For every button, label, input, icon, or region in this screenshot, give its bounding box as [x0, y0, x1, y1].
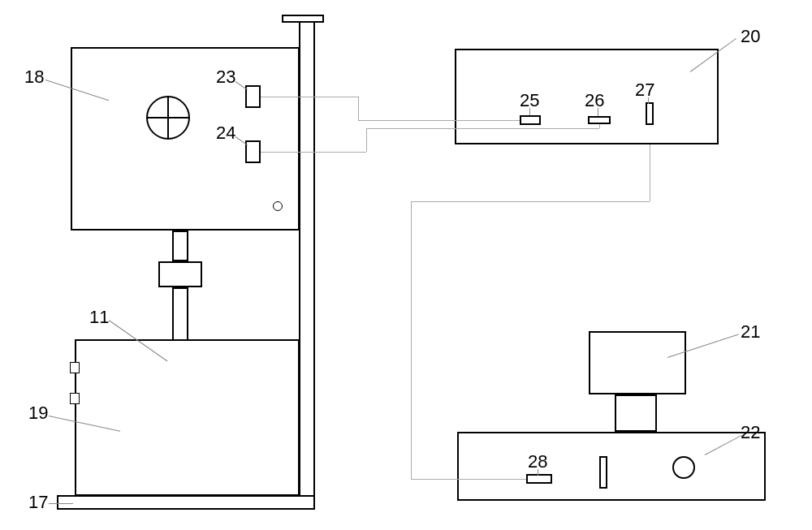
- wire-24-26-d: [599, 124, 600, 128]
- computer-base: [457, 432, 766, 501]
- port-25: [520, 115, 541, 125]
- port-27: [646, 102, 654, 125]
- label-28: 28: [528, 453, 547, 471]
- collar: [158, 261, 202, 287]
- power-button-icon: [672, 456, 695, 479]
- vertical-post: [299, 21, 315, 497]
- schematic-diagram: 18 23 24 11 19 17 20 25 26 27 21 22 28: [0, 0, 812, 530]
- port-23: [245, 85, 261, 108]
- base-plate: [57, 495, 315, 510]
- label-11: 11: [89, 308, 109, 326]
- wire-23-25-b: [358, 97, 359, 120]
- label-19: 19: [28, 404, 48, 422]
- leader-17: [49, 503, 73, 504]
- wire-27-28-d: [411, 479, 526, 480]
- label-24: 24: [216, 124, 235, 142]
- label-26: 26: [585, 92, 604, 110]
- monitor-neck: [615, 394, 657, 432]
- wire-24-26-c: [366, 128, 599, 129]
- shaft-upper: [172, 231, 188, 261]
- slot: [599, 456, 607, 489]
- label-20: 20: [741, 28, 760, 45]
- leader-28: [538, 469, 538, 476]
- wire-27-28-c: [411, 201, 412, 479]
- label-21: 21: [741, 323, 760, 341]
- wire-24-26-b: [366, 128, 367, 152]
- leader-25: [529, 108, 530, 115]
- label-22: 22: [741, 424, 760, 442]
- wire-27-28-b: [411, 201, 650, 202]
- wire-23-25-c: [358, 120, 520, 121]
- wire-27-28-a: [650, 144, 650, 201]
- port-28: [526, 474, 552, 484]
- indicator-small-circle-icon: [273, 201, 283, 211]
- label-17: 17: [28, 493, 48, 511]
- wire-24-26-a: [261, 152, 366, 153]
- wire-23-25-a: [261, 97, 358, 97]
- tank-side-port-lower: [70, 393, 80, 404]
- leader-26: [598, 108, 598, 116]
- monitor: [589, 331, 686, 394]
- label-23: 23: [216, 68, 235, 86]
- upper-block: [71, 47, 300, 231]
- tank-side-port-upper: [70, 362, 80, 373]
- label-25: 25: [520, 92, 539, 110]
- tank: [75, 339, 300, 496]
- top-cap: [282, 15, 324, 23]
- leader-27: [648, 97, 649, 104]
- port-26: [588, 116, 611, 124]
- dial-cross-horizontal: [146, 117, 190, 118]
- label-27: 27: [635, 81, 654, 99]
- port-24: [245, 140, 261, 163]
- label-18: 18: [24, 68, 44, 86]
